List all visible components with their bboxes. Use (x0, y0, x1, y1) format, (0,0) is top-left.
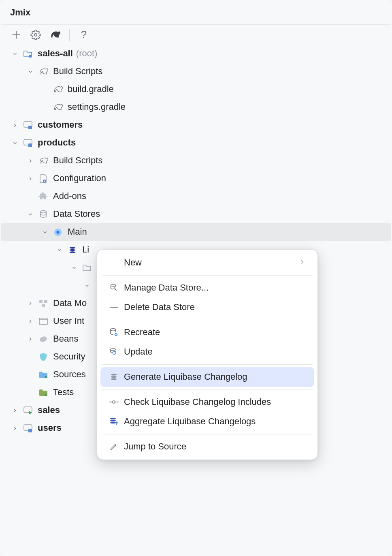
minus-icon (108, 302, 120, 312)
menu-item-new[interactable]: New (100, 253, 314, 273)
tree-label: Beans (53, 333, 78, 345)
database-plus-icon (108, 327, 120, 337)
database-wrench-icon (108, 283, 120, 293)
diagram-icon (38, 298, 49, 309)
svg-point-13 (70, 247, 76, 249)
svg-rect-17 (44, 300, 47, 303)
module-icon (22, 423, 34, 434)
tree-label: Security (53, 351, 85, 363)
plugin-icon (38, 191, 49, 202)
menu-item-aggregate-liquibase-changelogs[interactable]: Aggregate Liquibase Changelogs (100, 412, 314, 432)
chevron-right-icon (10, 423, 20, 433)
tree-item-build-scripts-2[interactable]: Build Scripts (1, 152, 391, 170)
tree-label: Data Mo (53, 297, 87, 309)
tree-label: build.gradle (68, 83, 114, 95)
menu-item-recreate[interactable]: Recreate (100, 323, 314, 342)
chevron-right-icon (26, 316, 35, 326)
tree-label: Li (82, 244, 89, 256)
panel-title: Jmix (1, 1, 391, 25)
tree-item-addons[interactable]: Add-ons (1, 188, 391, 205)
tree-label: products (38, 137, 76, 149)
svg-rect-19 (39, 318, 47, 325)
svg-point-29 (111, 329, 116, 331)
blank-icon (108, 258, 120, 267)
svg-point-35 (111, 376, 117, 378)
database-refresh-icon (108, 347, 120, 357)
liquibase-icon (108, 372, 120, 382)
tree-label: Main (68, 226, 87, 238)
tree-item-data-stores[interactable]: Data Stores (1, 205, 391, 223)
svg-rect-28 (110, 307, 118, 308)
elephant-icon (38, 155, 49, 167)
tree-item-settings-gradle[interactable]: settings.gradle (1, 98, 391, 116)
menu-item-delete-data-store[interactable]: Delete Data Store (100, 297, 314, 317)
svg-point-38 (113, 401, 115, 403)
chevron-down-icon (10, 49, 20, 59)
svg-point-14 (70, 249, 76, 251)
svg-rect-5 (28, 126, 32, 129)
add-button[interactable] (10, 29, 22, 41)
chevron-right-icon (26, 174, 35, 184)
menu-label: Manage Data Store... (124, 282, 307, 294)
settings-button[interactable] (30, 29, 42, 41)
toolbar: ? (1, 25, 391, 42)
menu-label: Delete Data Store (124, 302, 307, 313)
chevron-right-icon (10, 120, 20, 130)
tree-item-configuration[interactable]: Configuration (1, 170, 391, 188)
tree-label: settings.gradle (68, 101, 126, 113)
tree-label: users (38, 422, 62, 434)
svg-point-27 (114, 288, 115, 289)
tree-item-build-gradle[interactable]: build.gradle (1, 81, 391, 98)
menu-label: Aggregate Liquibase Changelogs (124, 416, 307, 428)
svg-point-9 (44, 180, 45, 182)
tree-item-main[interactable]: Main (1, 223, 391, 241)
menu-item-generate-liquibase-changelog[interactable]: Generate Liquibase Changelog (100, 367, 314, 387)
chevron-right-icon (26, 334, 35, 344)
folder-sources-icon (38, 369, 49, 381)
chevron-down-icon (69, 263, 79, 273)
tree-label: Configuration (53, 173, 106, 184)
chevron-down-icon (40, 227, 50, 237)
tree-item-build-scripts[interactable]: Build Scripts (1, 63, 391, 81)
help-button[interactable]: ? (78, 29, 90, 41)
tree-label: User Int (53, 315, 84, 327)
menu-separator (102, 434, 313, 434)
bean-icon (38, 334, 49, 345)
menu-separator (102, 364, 313, 365)
svg-rect-18 (42, 304, 45, 307)
tree-item-customers[interactable]: customers (1, 116, 391, 134)
tree-item-sales-all[interactable]: sales-all (root) (1, 45, 391, 63)
tree-label: sales-all (38, 48, 73, 60)
menu-item-manage-data-store[interactable]: Manage Data Store... (100, 278, 314, 298)
chevron-down-icon (10, 138, 20, 148)
menu-item-update[interactable]: Update (100, 342, 314, 362)
shield-icon (38, 351, 49, 363)
elephant-icon (38, 66, 49, 77)
module-run-icon (22, 405, 34, 416)
tree-item-products[interactable]: products (1, 134, 391, 152)
tree-label: customers (38, 119, 83, 131)
svg-point-34 (111, 374, 117, 376)
menu-label: Check Liquibase Changelog Includes (124, 396, 307, 408)
menu-separator (102, 275, 313, 276)
folder-tests-icon (38, 387, 49, 398)
svg-marker-23 (29, 411, 32, 415)
svg-point-21 (39, 335, 48, 342)
question-icon: ? (81, 28, 87, 42)
menu-label: Generate Liquibase Changelog (124, 371, 307, 383)
svg-rect-16 (39, 300, 43, 303)
svg-point-26 (111, 284, 116, 287)
svg-point-10 (40, 210, 47, 213)
tree-label: Sources (53, 369, 86, 381)
menu-item-jump-to-source[interactable]: Jump to Source (100, 437, 314, 457)
svg-point-41 (110, 420, 116, 421)
jmix-panel: Jmix ? sales-all (root) Build Scripts (1, 1, 391, 555)
menu-item-check-liquibase-includes[interactable]: Check Liquibase Changelog Includes (100, 392, 314, 412)
commit-icon (108, 397, 120, 407)
tree-label: Add-ons (53, 190, 86, 202)
chevron-right-icon (26, 156, 35, 166)
svg-point-40 (110, 418, 116, 419)
tree-label: Data Stores (53, 208, 100, 220)
gradle-button[interactable] (49, 29, 61, 41)
folder-arrow-icon (81, 262, 93, 274)
